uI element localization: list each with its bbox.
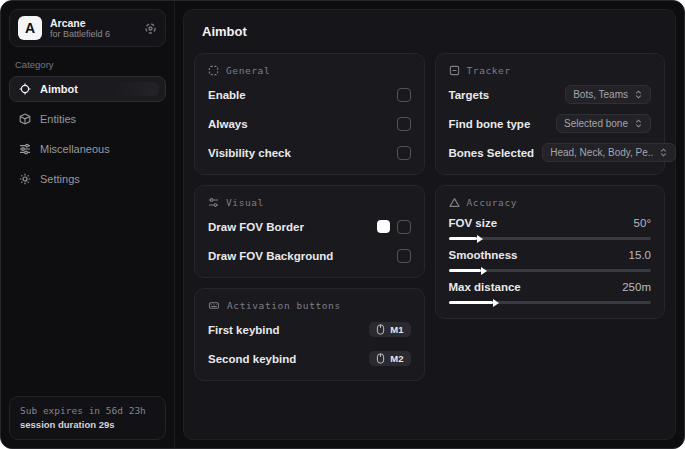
fov-border-color-swatch[interactable]: [377, 220, 390, 233]
main-area: Aimbot General: [175, 1, 684, 448]
setting-row-second-keybind: Second keybind M2: [208, 348, 411, 369]
category-label: Category: [15, 59, 160, 70]
slider-fill: [449, 237, 477, 240]
sliders-icon: [19, 143, 31, 155]
smoothness-slider-group: Smoothness 15.0: [449, 249, 652, 272]
visual-card: Visual Draw FOV Border Draw FOV Backgrou…: [194, 185, 425, 278]
always-checkbox[interactable]: [397, 117, 411, 131]
card-title: General: [226, 65, 270, 76]
targets-dropdown[interactable]: Bots, Teams: [565, 85, 651, 104]
setting-row-find-bone-type: Find bone type Selected bone: [449, 113, 652, 134]
mouse-icon: [376, 324, 385, 335]
app-logo: A: [18, 16, 42, 40]
keybind-value: M1: [390, 324, 403, 335]
draw-fov-background-checkbox[interactable]: [397, 249, 411, 263]
triangle-icon: [449, 197, 460, 208]
first-keybind-button[interactable]: M1: [369, 322, 410, 337]
session-duration-text: session duration 29s: [20, 418, 155, 432]
cube-icon: [19, 113, 31, 125]
max-distance-slider[interactable]: [449, 301, 652, 304]
sub-expires-text: Sub expires in 56d 23h: [20, 404, 155, 418]
crosshair-icon: [19, 83, 31, 95]
dropdown-value: Head, Neck, Body, Pe..: [550, 147, 653, 158]
activation-buttons-card: Activation buttons First keybind M1: [194, 288, 425, 381]
subscription-info: Sub expires in 56d 23h session duration …: [9, 396, 166, 441]
sidebar-item-label: Miscellaneous: [40, 143, 110, 155]
setting-row-targets: Targets Bots, Teams: [449, 84, 652, 105]
dropdown-value: Selected bone: [564, 118, 628, 129]
page-title: Aimbot: [202, 24, 657, 39]
right-column: Tracker Targets Bots, Teams: [435, 53, 666, 319]
sidebar-item-miscellaneous[interactable]: Miscellaneous: [9, 136, 166, 162]
accuracy-card: Accuracy FOV size 50°: [435, 185, 666, 319]
chevrons-up-down-icon: [659, 147, 668, 158]
dropdown-value: Bots, Teams: [573, 89, 628, 100]
gear-icon: [19, 173, 31, 185]
setting-row-visibility-check: Visibility check: [208, 142, 411, 163]
setting-row-draw-fov-background: Draw FOV Background: [208, 245, 411, 266]
chevrons-up-down-icon: [634, 89, 643, 100]
chevrons-up-down-icon: [634, 118, 643, 129]
sidebar-item-entities[interactable]: Entities: [9, 106, 166, 132]
loader-gear-icon[interactable]: [144, 22, 157, 35]
app-subtitle: for Battlefield 6: [50, 29, 136, 39]
fov-size-value: 50°: [634, 217, 651, 229]
card-title: Visual: [226, 197, 264, 208]
setting-row-always: Always: [208, 113, 411, 134]
fov-size-slider[interactable]: [449, 237, 652, 240]
max-distance-slider-group: Max distance 250m: [449, 281, 652, 304]
keyboard-icon: [208, 300, 220, 311]
setting-row-enable: Enable: [208, 84, 411, 105]
fov-size-slider-group: FOV size 50°: [449, 217, 652, 240]
sidebar-item-aimbot[interactable]: Aimbot: [9, 76, 166, 102]
tracker-card: Tracker Targets Bots, Teams: [435, 53, 666, 175]
slider-fill: [449, 301, 494, 304]
max-distance-value: 250m: [622, 281, 651, 293]
visibility-check-checkbox[interactable]: [397, 146, 411, 160]
sidebar-item-settings[interactable]: Settings: [9, 166, 166, 192]
sidebar: A Arcane for Battlefield 6 Category Aimb…: [1, 1, 175, 448]
grid-dots-icon: [208, 65, 219, 76]
sidebar-header: A Arcane for Battlefield 6: [9, 9, 166, 47]
draw-fov-border-checkbox[interactable]: [397, 220, 411, 234]
find-bone-type-dropdown[interactable]: Selected bone: [556, 114, 651, 133]
main-panel: Aimbot General: [183, 9, 676, 440]
keybind-value: M2: [390, 353, 403, 364]
general-card: General Enable Always Visibility check: [194, 53, 425, 175]
second-keybind-button[interactable]: M2: [369, 351, 410, 366]
adjust-sliders-icon: [208, 197, 219, 208]
app-titles: Arcane for Battlefield 6: [50, 17, 136, 39]
setting-row-bones-selected: Bones Selected Head, Neck, Body, Pe..: [449, 142, 652, 163]
card-title: Tracker: [467, 65, 511, 76]
card-title: Activation buttons: [227, 300, 341, 311]
bones-selected-dropdown[interactable]: Head, Neck, Body, Pe..: [542, 143, 676, 162]
enable-checkbox[interactable]: [397, 88, 411, 102]
mouse-icon: [376, 353, 385, 364]
smoothness-slider[interactable]: [449, 269, 652, 272]
scan-box-icon: [449, 65, 460, 76]
card-title: Accuracy: [467, 197, 518, 208]
setting-row-first-keybind: First keybind M1: [208, 319, 411, 340]
smoothness-value: 15.0: [629, 249, 651, 261]
setting-row-draw-fov-border: Draw FOV Border: [208, 216, 411, 237]
sidebar-item-label: Entities: [40, 113, 76, 125]
sidebar-item-label: Settings: [40, 173, 80, 185]
app-window: A Arcane for Battlefield 6 Category Aimb…: [0, 0, 685, 449]
sidebar-item-label: Aimbot: [40, 83, 78, 95]
sidebar-nav: Aimbot Entities Miscellaneous: [9, 76, 166, 192]
left-column: General Enable Always Visibility check: [194, 53, 425, 381]
app-name: Arcane: [50, 17, 136, 29]
slider-fill: [449, 269, 481, 272]
